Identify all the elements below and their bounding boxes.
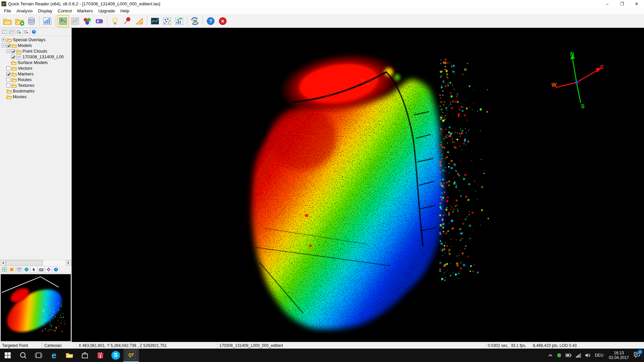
minimap-help-button[interactable] — [53, 266, 59, 273]
tree-item-point-clouds[interactable]: Point Clouds — [0, 48, 71, 54]
battery-button[interactable] — [564, 349, 574, 362]
collapse-icon[interactable] — [2, 44, 5, 47]
terrain-viewport[interactable]: N E S W — [72, 28, 644, 342]
quick-terrain-taskbar-button[interactable]: QT — [123, 349, 139, 362]
menu-bar: File Analysis Display Control Markers Up… — [0, 7, 644, 14]
folder-icon — [11, 60, 16, 65]
point-style-button[interactable] — [161, 15, 173, 27]
folder-icon — [11, 66, 17, 71]
pointer-icon — [32, 267, 36, 272]
open-add-file-button[interactable] — [13, 15, 25, 27]
tree-checkbox[interactable] — [6, 44, 10, 48]
globe-button[interactable] — [23, 266, 30, 273]
edge-button[interactable]: e — [46, 349, 62, 362]
volume-button[interactable] — [583, 349, 592, 362]
compass-rose: N E S W — [551, 51, 605, 110]
tree-item-special-overlays[interactable]: Special Overlays — [0, 37, 71, 43]
tree-item-vectors[interactable]: Vectors — [0, 65, 71, 71]
scrollbar-thumb[interactable] — [6, 260, 43, 265]
render-image-button[interactable] — [149, 15, 161, 27]
exit-icon: ✕ — [218, 16, 227, 26]
split-view-button[interactable] — [1, 28, 8, 35]
store-button[interactable] — [77, 349, 93, 362]
rgb-classify-button[interactable] — [81, 15, 93, 27]
marker-pin-button[interactable] — [121, 15, 133, 27]
collapse-icon[interactable] — [6, 49, 10, 53]
settings-button[interactable] — [45, 266, 52, 273]
exit-button[interactable]: ✕ — [217, 15, 229, 27]
tree-checkbox[interactable] — [11, 49, 15, 53]
restore-button[interactable]: ❐ — [614, 0, 629, 7]
tree-checkbox[interactable] — [6, 78, 10, 82]
task-view-button[interactable] — [31, 349, 46, 362]
pointer-button[interactable] — [31, 266, 37, 273]
network-button[interactable] — [574, 349, 583, 362]
grid-button[interactable] — [1, 266, 8, 273]
expand-icon[interactable] — [2, 38, 5, 42]
marker-pin-icon — [122, 16, 132, 26]
tree-item-movies[interactable]: Movies — [0, 94, 71, 100]
menu-upgrade[interactable]: Upgrade — [96, 8, 118, 14]
tree-checkbox[interactable] — [6, 72, 10, 76]
tray-status-button[interactable] — [555, 349, 564, 362]
scrollbar-track[interactable] — [6, 260, 66, 265]
lighting-icon — [110, 16, 120, 26]
scroll-right-button[interactable] — [66, 260, 71, 265]
paint-button[interactable] — [8, 266, 15, 273]
search-button[interactable] — [15, 349, 31, 362]
menu-analysis[interactable]: Analysis — [14, 8, 35, 14]
refresh-lod-button[interactable]: 10 — [189, 15, 201, 27]
minimize-button[interactable]: – — [600, 0, 614, 7]
action-center-button[interactable]: 2 — [632, 349, 642, 362]
refresh-lod-icon: 10 — [190, 16, 200, 26]
file-explorer-button[interactable] — [62, 349, 77, 362]
remove-model-button[interactable] — [23, 28, 30, 35]
tree-item-models[interactable]: Models — [0, 43, 71, 48]
scroll-left-button[interactable] — [0, 260, 6, 265]
gift-app-button[interactable] — [93, 349, 108, 362]
tree-checkbox[interactable] — [11, 55, 15, 59]
help-button[interactable]: ? — [205, 15, 217, 27]
menu-markers[interactable]: Markers — [74, 8, 96, 14]
tree-item-surface-models[interactable]: Surface Models — [0, 60, 71, 65]
open-file-button[interactable] — [1, 15, 13, 27]
statistics-button[interactable] — [173, 15, 185, 27]
column-panel-button[interactable] — [41, 15, 53, 27]
lighting-button[interactable] — [109, 15, 121, 27]
tray-expand-button[interactable] — [546, 349, 555, 362]
import-database-button[interactable] — [25, 15, 38, 27]
camera-button[interactable] — [38, 266, 45, 273]
gear-icon — [46, 267, 51, 272]
language-indicator[interactable]: DEU — [592, 349, 606, 362]
point-tool-button[interactable] — [93, 15, 105, 27]
profile-view-button[interactable] — [8, 28, 15, 35]
toolbar-separator — [203, 16, 203, 26]
menu-file[interactable]: File — [1, 8, 14, 14]
tree-item-bookmarks[interactable]: Bookmarks — [0, 88, 71, 94]
tree-item-markers[interactable]: Markers — [0, 71, 71, 77]
measure-angle-button[interactable] — [133, 15, 145, 27]
start-button[interactable] — [0, 349, 15, 362]
layers-panel: Special Overlays Models Point Clouds — [0, 28, 72, 342]
menu-control[interactable]: Control — [55, 8, 74, 14]
taskbar-clock[interactable]: 16:13 02.04.2017 — [606, 351, 632, 360]
search-icon — [19, 352, 27, 359]
add-model-button[interactable] — [16, 28, 22, 35]
tree-checkbox[interactable] — [6, 83, 10, 87]
show-desktop-button[interactable] — [642, 349, 644, 362]
menu-help[interactable]: Help — [118, 8, 132, 14]
add-model-icon — [17, 29, 21, 34]
tree-item-las-file[interactable]: 170308_131409_L00 — [0, 54, 71, 60]
remove-model-icon — [24, 29, 29, 34]
table-button[interactable] — [16, 266, 22, 273]
overview-minimap[interactable] — [1, 274, 71, 341]
panel-help-button[interactable] — [31, 28, 37, 35]
tree-checkbox[interactable] — [6, 66, 10, 70]
tree-horizontal-scrollbar[interactable] — [0, 260, 71, 265]
skype-button[interactable]: S — [108, 349, 123, 362]
tree-item-textures[interactable]: Textures — [0, 82, 71, 88]
close-button[interactable]: ✕ — [629, 0, 644, 7]
tree-item-routes[interactable]: Routes — [0, 77, 71, 82]
area-select-button[interactable] — [57, 15, 69, 27]
menu-display[interactable]: Display — [35, 8, 55, 14]
